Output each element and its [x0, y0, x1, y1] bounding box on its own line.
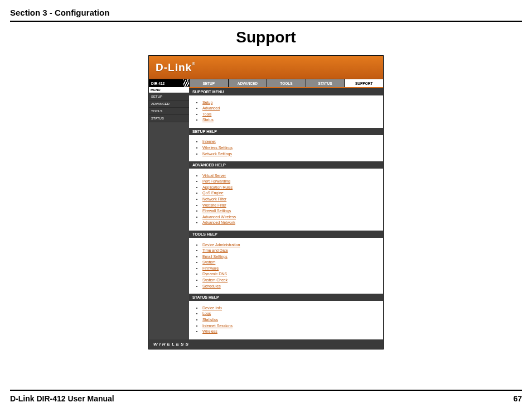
link-application-rules[interactable]: Application Rules	[202, 185, 233, 189]
link-schedules[interactable]: Schedules	[202, 284, 221, 288]
link-network-settings[interactable]: Network Settings	[202, 152, 232, 156]
tab-tools[interactable]: TOOLS	[267, 79, 306, 87]
link-website-filter[interactable]: Website Filter	[202, 203, 226, 207]
model-label: DIR-412	[149, 79, 189, 87]
main-content: SUPPORT MENU Setup Advanced Tools Status…	[189, 87, 383, 339]
section-header: Section 3 - Configuration	[10, 8, 522, 22]
main-tab-row: DIR-412 SETUP ADVANCED TOOLS STATUS SUPP…	[149, 79, 383, 87]
brand-header: D-Link®	[149, 56, 383, 79]
link-status[interactable]: Status	[202, 118, 214, 122]
tab-setup[interactable]: SETUP	[189, 79, 228, 87]
link-wireless-settings[interactable]: Wireless Settings	[202, 146, 233, 150]
link-firewall-settings[interactable]: Firewall Settings	[202, 209, 231, 213]
link-virtual-server[interactable]: Virtual Server	[202, 174, 226, 178]
support-menu-links: Setup Advanced Tools Status	[189, 95, 383, 128]
tab-status[interactable]: STATUS	[306, 79, 345, 87]
section-tools-help-header: TOOLS HELP	[189, 231, 383, 238]
tab-support[interactable]: SUPPORT	[344, 79, 383, 87]
link-logs[interactable]: Logs	[202, 312, 211, 315]
link-wireless[interactable]: Wireless	[202, 329, 217, 333]
link-setup[interactable]: Setup	[202, 100, 212, 104]
sidebar-item-setup[interactable]: SETUP	[149, 93, 189, 100]
sidebar: MENU SETUP ADVANCED TOOLS STATUS	[149, 87, 189, 339]
link-internet-sessions[interactable]: Internet Sessions	[202, 324, 233, 328]
sidebar-item-tools[interactable]: TOOLS	[149, 108, 189, 115]
link-system-check[interactable]: System Check	[202, 278, 228, 282]
tools-help-links: Device Administration Time and Date Emai…	[189, 238, 383, 294]
link-advanced-network[interactable]: Advanced Network	[202, 221, 235, 224]
section-setup-help-header: SETUP HELP	[189, 128, 383, 135]
page-title: Support	[10, 28, 522, 46]
link-system[interactable]: System	[202, 260, 215, 264]
link-statistics[interactable]: Statistics	[202, 318, 218, 322]
section-status-help-header: STATUS HELP	[189, 294, 383, 301]
section-advanced-help-header: ADVANCED HELP	[189, 161, 383, 169]
link-firmware[interactable]: Firmware	[202, 266, 219, 270]
link-network-filter[interactable]: Network Filter	[202, 197, 226, 201]
link-device-administration[interactable]: Device Administration	[202, 243, 240, 247]
link-time-and-date[interactable]: Time and Date	[202, 248, 228, 252]
link-qos-engine[interactable]: QoS Engine	[202, 191, 224, 195]
link-dynamic-dns[interactable]: Dynamic DNS	[202, 272, 227, 276]
dlink-logo: D-Link®	[156, 61, 196, 74]
status-help-links: Device Info Logs Statistics Internet Ses…	[189, 301, 383, 339]
setup-help-links: Internet Wireless Settings Network Setti…	[189, 135, 383, 161]
link-port-forwarding[interactable]: Port Forwarding	[202, 179, 230, 183]
bottom-brand-bar: WIRELESS	[149, 339, 383, 349]
link-tools[interactable]: Tools	[202, 112, 211, 116]
advanced-help-links: Virtual Server Port Forwarding Applicati…	[189, 169, 383, 231]
sidebar-item-status[interactable]: STATUS	[149, 115, 189, 122]
router-ui-screenshot: D-Link® DIR-412 SETUP ADVANCED TOOLS STA…	[148, 55, 384, 349]
link-advanced-wireless[interactable]: Advanced Wireless	[202, 215, 236, 219]
link-advanced[interactable]: Advanced	[202, 106, 220, 110]
footer-page-number: 67	[513, 394, 522, 403]
link-device-info[interactable]: Device Info	[202, 306, 222, 310]
sidebar-item-advanced[interactable]: ADVANCED	[149, 100, 189, 108]
section-support-menu-header: SUPPORT MENU	[189, 87, 383, 95]
sidebar-menu-header: MENU	[149, 87, 189, 93]
footer-manual-title: D-Link DIR-412 User Manual	[10, 394, 114, 403]
document-footer: D-Link DIR-412 User Manual 67	[10, 390, 522, 403]
tab-advanced[interactable]: ADVANCED	[228, 79, 267, 87]
link-internet[interactable]: Internet	[202, 140, 216, 143]
link-email-settings[interactable]: Email Settings	[202, 255, 228, 258]
